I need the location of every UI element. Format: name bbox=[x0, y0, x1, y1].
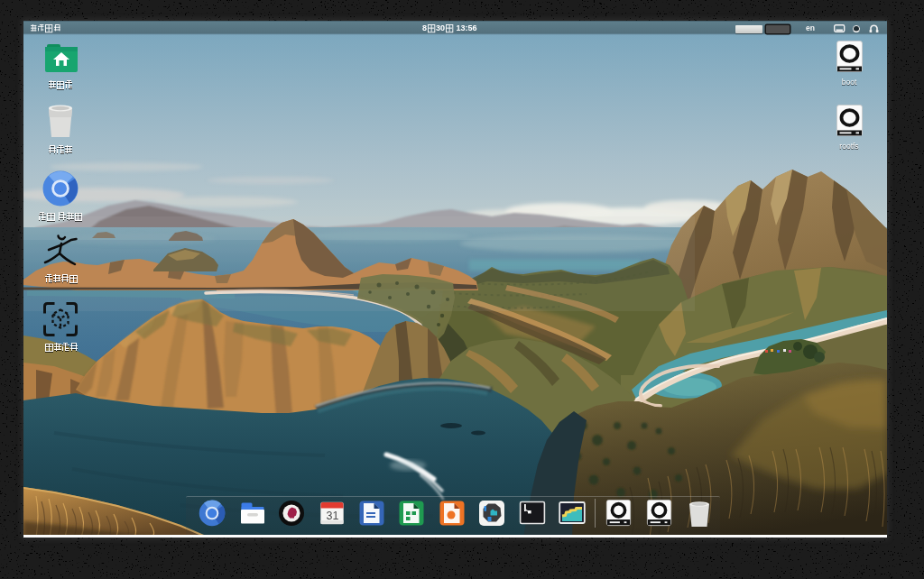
svg-text:31: 31 bbox=[327, 510, 339, 522]
